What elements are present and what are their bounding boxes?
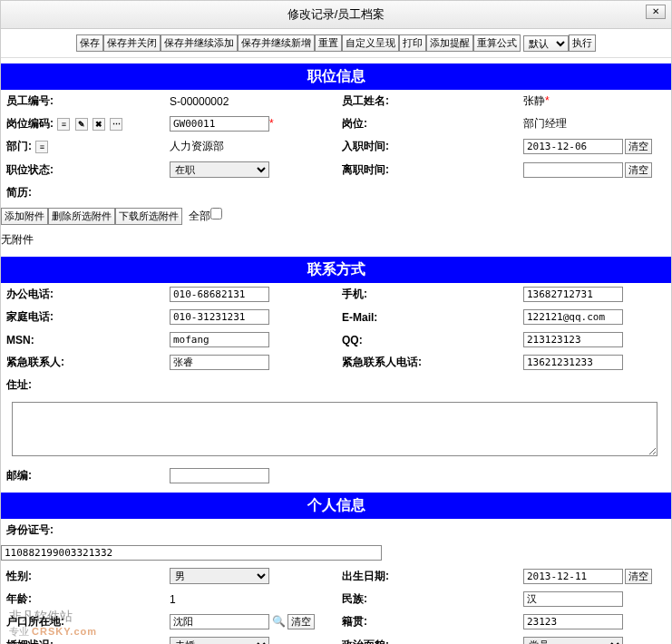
- attach-del-button[interactable]: 删除所选附件: [48, 208, 115, 225]
- emp-id-label: 员工编号:: [1, 90, 164, 112]
- leave-date-label: 离职时间:: [336, 158, 518, 181]
- birth-clear-button[interactable]: 清空: [625, 569, 652, 584]
- emergency-phone-input[interactable]: [523, 355, 623, 370]
- default-select[interactable]: 默认: [523, 35, 569, 52]
- post-code-label: 岗位编码:: [6, 117, 54, 130]
- save-continue-new-button[interactable]: 保存并继续新增: [238, 34, 315, 52]
- resume-label: 简历:: [1, 181, 671, 204]
- add-remind-button[interactable]: 添加提醒: [426, 34, 473, 52]
- toolbar: 保存保存并关闭保存并继续添加保存并继续新增重置自定义呈现打印添加提醒重算公式 默…: [1, 29, 671, 58]
- native-label: 籍贯:: [336, 610, 518, 633]
- recalc-button[interactable]: 重算公式: [473, 34, 521, 52]
- post-value: 部门经理: [518, 112, 671, 135]
- address-label: 住址:: [1, 374, 671, 396]
- email-input[interactable]: [523, 309, 623, 325]
- msn-label: MSN:: [1, 328, 164, 351]
- zip-label: 邮编:: [1, 464, 164, 487]
- office-phone-label: 办公电话:: [1, 283, 164, 306]
- post-label: 岗位:: [336, 112, 518, 135]
- email-label: E-Mail:: [336, 306, 518, 328]
- save-button[interactable]: 保存: [76, 34, 103, 52]
- hire-date-clear-button[interactable]: 清空: [625, 139, 652, 154]
- birth-input[interactable]: [523, 569, 623, 584]
- post-code-input[interactable]: [170, 116, 269, 132]
- search-icon[interactable]: 🔍: [272, 615, 286, 628]
- attach-all-label: 全部: [189, 210, 210, 222]
- home-phone-input[interactable]: [170, 309, 269, 325]
- household-label: 户口所在地:: [1, 610, 164, 633]
- nation-label: 民族:: [336, 588, 518, 610]
- idcard-input[interactable]: [1, 545, 382, 561]
- mobile-label: 手机:: [336, 283, 518, 306]
- dept-list-icon[interactable]: ≡: [35, 141, 48, 153]
- leave-date-clear-button[interactable]: 清空: [625, 162, 652, 178]
- office-phone-input[interactable]: [170, 287, 269, 302]
- more-icon[interactable]: ⋯: [110, 118, 122, 131]
- custom-view-button[interactable]: 自定义呈现: [342, 34, 399, 52]
- window-title: 修改记录/员工档案: [287, 7, 385, 21]
- qq-input[interactable]: [523, 332, 623, 347]
- close-button[interactable]: ✕: [646, 5, 666, 19]
- save-close-button[interactable]: 保存并关闭: [103, 34, 161, 52]
- emergency-contact-label: 紧急联系人:: [1, 351, 164, 374]
- leave-date-input[interactable]: [523, 162, 623, 178]
- address-textarea[interactable]: [12, 402, 657, 456]
- attach-all-checkbox[interactable]: [210, 208, 222, 220]
- nation-input[interactable]: [523, 591, 623, 607]
- marital-label: 婚姻状况:: [1, 633, 164, 644]
- gender-select[interactable]: 男: [170, 568, 269, 584]
- dept-value: 人力资源部: [164, 135, 336, 158]
- gender-label: 性别:: [1, 564, 164, 588]
- msn-input[interactable]: [170, 332, 269, 347]
- emergency-contact-input[interactable]: [170, 355, 269, 370]
- delete-icon[interactable]: ✖: [93, 118, 105, 131]
- idcard-label: 身份证号:: [1, 519, 671, 542]
- section-position-header: 职位信息: [1, 63, 671, 90]
- emp-id-value: S-00000002: [164, 90, 336, 112]
- print-button[interactable]: 打印: [399, 34, 426, 52]
- age-value: 1: [164, 588, 336, 610]
- reset-button[interactable]: 重置: [315, 34, 342, 52]
- qq-label: QQ:: [336, 328, 518, 351]
- status-label: 职位状态:: [1, 158, 164, 181]
- titlebar: 修改记录/员工档案 ✕: [1, 1, 671, 29]
- zip-input[interactable]: [170, 468, 269, 483]
- age-label: 年龄:: [1, 588, 164, 610]
- status-select[interactable]: 在职: [170, 161, 269, 178]
- household-clear-button[interactable]: 清空: [287, 614, 315, 629]
- hire-date-label: 入职时间:: [336, 135, 518, 158]
- required-mark: *: [269, 117, 274, 130]
- no-attach-text: 无附件: [1, 229, 671, 251]
- save-continue-add-button[interactable]: 保存并继续添加: [161, 34, 238, 52]
- hire-date-input[interactable]: [523, 139, 623, 154]
- emergency-phone-label: 紧急联系人电话:: [336, 351, 518, 374]
- edit-icon[interactable]: ✎: [75, 118, 88, 131]
- emp-name-label: 员工姓名:: [336, 90, 518, 112]
- mobile-input[interactable]: [523, 287, 623, 302]
- execute-button[interactable]: 执行: [569, 34, 596, 52]
- native-input[interactable]: [523, 614, 623, 629]
- list-icon[interactable]: ≡: [57, 118, 70, 131]
- emp-name-value: 张静: [523, 94, 545, 107]
- dept-label: 部门:: [6, 140, 32, 152]
- attach-add-button[interactable]: 添加附件: [1, 208, 48, 225]
- political-select[interactable]: 党员: [523, 637, 623, 644]
- household-input[interactable]: [170, 614, 269, 629]
- political-label: 政治面貌:: [336, 633, 518, 644]
- home-phone-label: 家庭电话:: [1, 306, 164, 328]
- required-mark: *: [545, 94, 550, 107]
- attach-download-button[interactable]: 下载所选附件: [115, 208, 182, 225]
- marital-select[interactable]: 未婚: [170, 637, 269, 644]
- section-contact-header: 联系方式: [1, 257, 671, 283]
- birth-label: 出生日期:: [336, 564, 518, 588]
- section-personal-header: 个人信息: [1, 493, 671, 519]
